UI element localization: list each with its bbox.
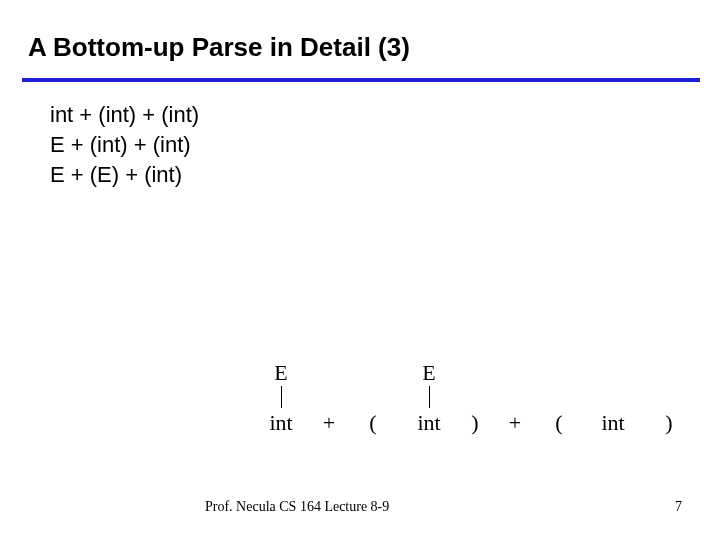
- tree-token-int2: int: [411, 410, 447, 436]
- tree-token-int3: int: [595, 410, 631, 436]
- tree-token-rpar2: ): [659, 410, 679, 436]
- tree-edge-2: [429, 386, 430, 408]
- tree-token-rpar1: ): [465, 410, 485, 436]
- tree-token-plus1: +: [319, 410, 339, 436]
- derivation-line-3: E + (E) + (int): [50, 160, 199, 190]
- derivation-line-2: E + (int) + (int): [50, 130, 199, 160]
- derivation-lines: int + (int) + (int) E + (int) + (int) E …: [50, 100, 199, 190]
- footer-page-number: 7: [675, 499, 682, 515]
- footer-lecture: Prof. Necula CS 164 Lecture 8-9: [205, 499, 389, 515]
- tree-edge-1: [281, 386, 282, 408]
- slide-title: A Bottom-up Parse in Detail (3): [28, 32, 410, 63]
- tree-token-lpar1: (: [363, 410, 383, 436]
- tree-token-lpar2: (: [549, 410, 569, 436]
- tree-node-E2: E: [419, 360, 439, 386]
- slide: A Bottom-up Parse in Detail (3) int + (i…: [0, 0, 720, 540]
- derivation-line-1: int + (int) + (int): [50, 100, 199, 130]
- tree-token-plus2: +: [505, 410, 525, 436]
- parse-tree: E E int + ( int ) + ( int ): [255, 360, 705, 460]
- tree-node-E1: E: [271, 360, 291, 386]
- tree-token-int1: int: [263, 410, 299, 436]
- title-underline: [22, 78, 700, 82]
